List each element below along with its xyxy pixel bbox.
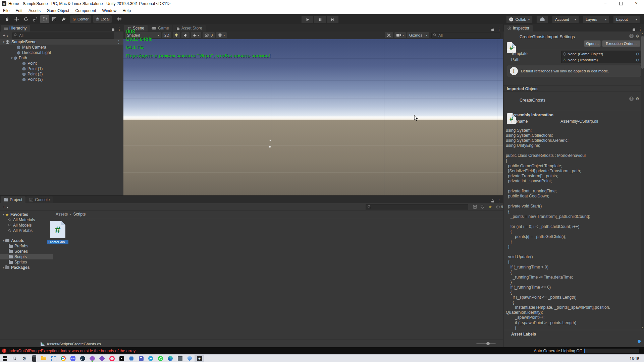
taskbar-opera-button[interactable] <box>107 355 117 362</box>
scene-canvas[interactable] <box>123 39 503 195</box>
taskbar-visual-studio-button[interactable] <box>88 355 97 362</box>
gear-icon[interactable]: ⚙ <box>636 34 639 39</box>
custom-tool-button[interactable] <box>59 15 68 23</box>
hierarchy-row[interactable]: Point (2) <box>0 71 123 77</box>
scene-camera-dropdown[interactable]: ▾ <box>394 32 406 38</box>
search-by-label-icon[interactable] <box>481 205 485 209</box>
menu-edit[interactable]: Edit <box>12 8 25 13</box>
rect-tool-button[interactable] <box>40 15 49 23</box>
gizmos-dropdown[interactable]: Gizmos |▾ <box>407 32 429 38</box>
gear-icon[interactable]: ⚙ <box>636 97 639 101</box>
start-button[interactable] <box>0 355 10 362</box>
inspector-menu-icon[interactable]: ⋮ <box>638 27 642 32</box>
folder-item[interactable]: Sprites <box>0 259 53 265</box>
scene-menu-icon[interactable]: ⋮ <box>497 27 501 32</box>
hidden-packages-toggle[interactable]: 9 <box>496 205 503 209</box>
minimize-button[interactable]: − <box>598 0 613 7</box>
menu-help[interactable]: Help <box>119 8 134 13</box>
hand-tool-button[interactable] <box>3 15 12 23</box>
taskbar-visual-studio2-button[interactable] <box>97 355 107 362</box>
lock-icon[interactable] <box>491 27 494 31</box>
create-object-button[interactable]: + ▾ <box>3 33 8 38</box>
menu-window[interactable]: Window <box>99 8 119 13</box>
taskbar-security-button[interactable] <box>185 355 195 362</box>
taskbar-steam-button[interactable] <box>78 355 88 362</box>
move-tool-button[interactable] <box>12 15 21 23</box>
collab-dropdown[interactable]: ✓ Collab▾ <box>506 15 533 23</box>
folder-item-selected[interactable]: Scripts <box>0 254 53 259</box>
open-script-button[interactable]: Open... <box>584 40 601 47</box>
play-button[interactable] <box>301 15 313 23</box>
step-button[interactable] <box>327 15 339 23</box>
hierarchy-row[interactable]: Point (1) <box>0 66 123 71</box>
hierarchy-row[interactable]: Point <box>0 61 123 66</box>
auto-generate-lighting-label[interactable]: Auto Generate Lighting Off <box>534 349 582 353</box>
scene-search-input[interactable] <box>431 33 500 39</box>
tab-inspector[interactable]: Inspector <box>504 25 533 32</box>
folder-item[interactable]: Scenes <box>0 249 53 254</box>
favorite-item[interactable]: All Models <box>0 223 53 228</box>
hierarchy-tab[interactable]: Hierarchy <box>1 25 30 32</box>
taskbar-calculator-button[interactable] <box>29 355 39 362</box>
assets-node[interactable]: ▼ Assets <box>0 238 53 243</box>
project-search-input[interactable] <box>366 204 468 210</box>
hierarchy-search-input[interactable] <box>12 33 114 39</box>
path-object-field[interactable]: None (Transform) ⊙ <box>561 57 641 63</box>
breadcrumb-root[interactable]: Assets <box>56 212 68 217</box>
taskbar-clock[interactable]: 16:15 <box>630 355 639 362</box>
scroll-up-icon[interactable]: ▲ <box>641 33 643 35</box>
favorite-item[interactable]: All Materials <box>0 217 53 223</box>
scroll-down-icon[interactable]: ▼ <box>641 326 643 328</box>
close-button[interactable]: × <box>629 0 644 7</box>
layout-dropdown[interactable]: Layout▾ <box>613 15 640 23</box>
folder-item[interactable]: Prefabs <box>0 243 53 249</box>
object-picker-icon[interactable]: ⊙ <box>636 58 639 62</box>
taskbar-qbittorrent-button[interactable] <box>126 355 136 362</box>
scale-tool-button[interactable] <box>31 15 40 23</box>
hierarchy-row[interactable]: Main Camera <box>0 45 123 50</box>
taskbar-emulator-button[interactable] <box>175 355 185 362</box>
taskbar-search-button[interactable] <box>10 355 19 362</box>
layers-dropdown[interactable]: Layers▾ <box>583 15 609 23</box>
asset-item-createghosts[interactable]: # CreateGho... <box>47 221 68 244</box>
tab-console[interactable]: Console <box>26 196 53 203</box>
menu-gameobject[interactable]: GameObject <box>44 8 72 13</box>
taskbar-file-explorer-button[interactable] <box>39 355 49 362</box>
taskbar-edge-button[interactable] <box>165 355 175 362</box>
object-picker-icon[interactable]: ⊙ <box>636 52 639 56</box>
breadcrumb-current[interactable]: Scripts <box>73 212 86 217</box>
thumbnail-size-slider[interactable] <box>476 343 496 344</box>
lock-icon[interactable] <box>111 27 115 31</box>
tab-project[interactable]: Project <box>1 196 25 203</box>
account-dropdown[interactable]: Account▾ <box>552 15 579 23</box>
search-by-type-icon[interactable] <box>473 205 477 209</box>
hierarchy-row[interactable]: ▼ Path <box>0 55 123 61</box>
hierarchy-row[interactable]: Point (3) <box>0 77 123 82</box>
taskbar-unity-button[interactable]: ◈ <box>195 355 204 362</box>
favorite-item[interactable]: All Prefabs <box>0 228 53 233</box>
scene-tools-button[interactable] <box>385 32 393 38</box>
cloud-button[interactable] <box>536 15 548 23</box>
menu-file[interactable]: File <box>0 8 12 13</box>
taskbar-audio-app-button[interactable] <box>117 355 126 362</box>
taskbar-settings-button[interactable]: ⚙ <box>19 355 29 362</box>
inspector-scrollbar[interactable]: ▲ ▼ <box>641 32 644 329</box>
help-icon[interactable]: ? <box>629 97 634 101</box>
maximize-button[interactable] <box>613 0 629 7</box>
taskbar-teams-button[interactable] <box>136 355 146 362</box>
transform-tool-button[interactable] <box>50 15 59 23</box>
hierarchy-menu-icon[interactable]: ⋮ <box>117 27 121 32</box>
hierarchy-row-scene[interactable]: ▼ SampleScene ⋮ <box>0 39 123 45</box>
collapse-arrow-icon[interactable]: ▼ <box>10 57 13 60</box>
pivot-toggle-button[interactable]: Center <box>70 15 91 23</box>
create-asset-button[interactable]: + ▾ <box>3 204 8 209</box>
lock-icon[interactable] <box>491 199 494 203</box>
taskbar-telegram-button[interactable] <box>146 355 156 362</box>
save-search-star-icon[interactable]: ★ <box>488 204 492 209</box>
taskbar-whatsapp-button[interactable] <box>156 355 165 362</box>
taskbar-discord-button[interactable] <box>68 355 78 362</box>
rotation-toggle-button[interactable]: Local <box>93 15 112 23</box>
execution-order-button[interactable]: Execution Order... <box>602 40 640 47</box>
help-icon[interactable]: ? <box>629 34 634 38</box>
menu-component[interactable]: Component <box>72 8 99 13</box>
